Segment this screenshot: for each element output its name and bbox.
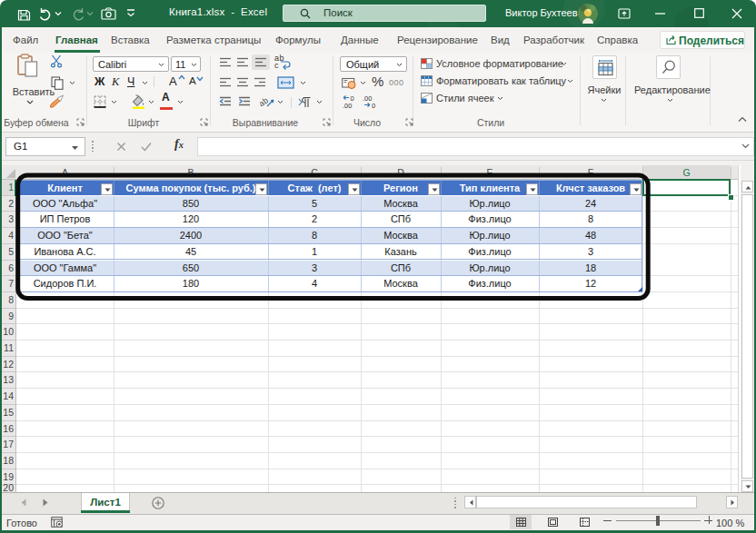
svg-text:0: 0 [372,102,375,109]
svg-text:ab: ab [260,95,270,108]
svg-text:.00: .00 [363,94,372,103]
svg-text:.00: .00 [343,102,352,109]
